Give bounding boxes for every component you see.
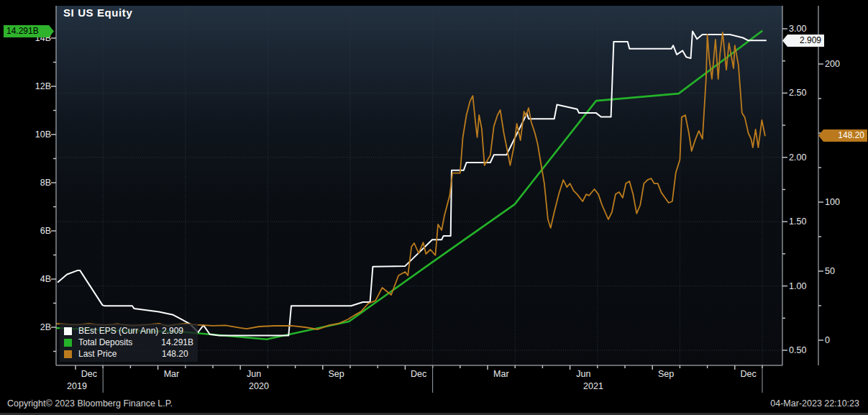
legend-label: BEst EPS (Curr Ann): [78, 326, 162, 336]
price-badge: 148.20: [818, 129, 867, 142]
x-month-label: Dec: [81, 369, 97, 379]
eps-axis-tick-label: 1.00: [789, 281, 806, 291]
x-year-label: 2019: [67, 381, 87, 391]
eps-axis-tick-label: 0.50: [789, 345, 806, 355]
eps-swatch-icon: [64, 327, 72, 335]
price-axis-tick-label: 0: [825, 335, 830, 345]
eps-axis-tick-label: 2.50: [789, 88, 806, 98]
eps-axis-tick-label: 1.50: [789, 216, 806, 227]
legend-label: Last Price: [78, 349, 162, 359]
left-axis-tick-label: 10B: [35, 129, 51, 140]
x-month-label: Jun: [247, 369, 261, 379]
x-month-label: Mar: [493, 369, 509, 379]
legend-item-eps[interactable]: BEst EPS (Curr Ann) 2.909: [60, 325, 198, 337]
copyright-text: Copyright© 2023 Bloomberg Finance L.P.: [7, 398, 173, 409]
price-axis-tick-label: 100: [825, 197, 840, 207]
x-month-label: Sep: [658, 369, 674, 379]
left-axis-tick-label: 6B: [40, 226, 51, 236]
left-axis-tick-label: 2B: [40, 322, 51, 332]
left-axis-tick-label: 8B: [40, 178, 51, 188]
x-year-label: 2021: [583, 381, 603, 391]
legend-item-last-price[interactable]: Last Price 148.20: [60, 348, 198, 360]
x-month-label: Jun: [576, 369, 590, 379]
legend-label: Total Deposits: [78, 337, 161, 347]
timestamp-text: 04-Mar-2023 22:10:23: [770, 398, 859, 409]
eps-axis-tick-label: 3.00: [789, 24, 806, 34]
price-swatch-icon: [64, 350, 72, 358]
chart-legend: BEst EPS (Curr Ann) 2.909 Total Deposits…: [60, 324, 198, 362]
price-axis-tick-label: 200: [825, 59, 840, 69]
left-axis-tick-label: 4B: [40, 274, 51, 284]
x-month-label: Dec: [741, 369, 757, 379]
bloomberg-terminal-chart: 2B4B6B8B10B12B14B0.501.001.502.002.503.0…: [0, 0, 868, 415]
legend-value: 148.20: [162, 349, 193, 359]
x-year-label: 2020: [249, 381, 269, 391]
plot-area: [56, 6, 782, 365]
chart-title: SI US Equity: [63, 6, 132, 19]
eps-axis-tick-label: 2.00: [789, 152, 806, 163]
legend-item-total-deposits[interactable]: Total Deposits 14.291B: [60, 337, 198, 348]
legend-value: 14.291B: [161, 337, 193, 347]
eps-badge: 2.909: [782, 35, 824, 47]
left-axis-tick-label: 12B: [35, 81, 51, 91]
legend-value: 2.909: [162, 326, 193, 336]
price-axis-tick-label: 50: [825, 266, 835, 276]
deposits-swatch-icon: [64, 339, 72, 347]
x-month-label: Sep: [328, 369, 344, 379]
status-bar: Copyright© 2023 Bloomberg Finance L.P. 0…: [0, 396, 868, 413]
x-month-label: Mar: [164, 369, 180, 379]
x-month-label: Dec: [411, 369, 426, 379]
deposits-badge: 14.291B: [4, 25, 54, 37]
